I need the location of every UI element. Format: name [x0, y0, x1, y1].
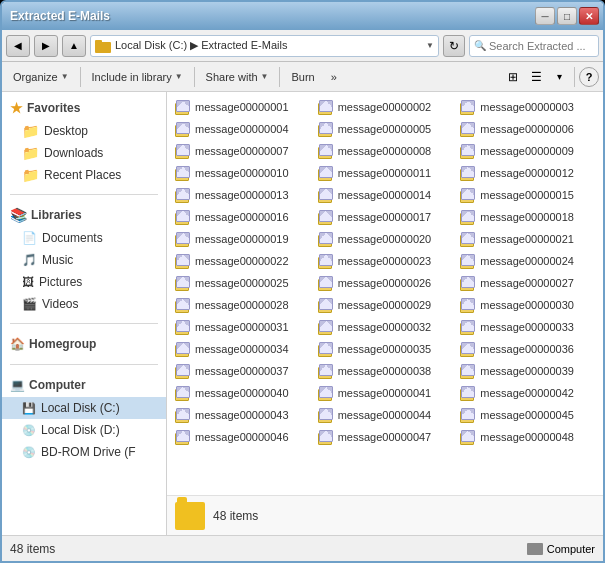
- file-item[interactable]: message00000034: [171, 338, 314, 360]
- sidebar-item-local-disk-c[interactable]: 💾 Local Disk (C:): [2, 397, 166, 419]
- file-item[interactable]: message00000043: [171, 404, 314, 426]
- status-bar: 48 items Computer: [2, 535, 603, 561]
- main-content: ★ Favorites 📁 Desktop 📁 Downloads 📁 Rece…: [2, 92, 603, 535]
- explorer-window: Extracted E-Mails ─ □ ✕ ◀ ▶ ▲ Local Disk…: [0, 0, 605, 563]
- drive-c-icon: 💾: [22, 402, 36, 415]
- view-details-button[interactable]: ☰: [525, 66, 547, 88]
- file-list: message00000001message00000002message000…: [167, 92, 603, 495]
- help-button[interactable]: ?: [579, 67, 599, 87]
- file-item[interactable]: message00000040: [171, 382, 314, 404]
- forward-button[interactable]: ▶: [34, 35, 58, 57]
- minimize-button[interactable]: ─: [535, 7, 555, 25]
- search-box[interactable]: 🔍: [469, 35, 599, 57]
- file-item[interactable]: message00000006: [456, 118, 599, 140]
- sidebar-item-videos[interactable]: 🎬 Videos: [2, 293, 166, 315]
- sidebar-item-recent-places[interactable]: 📁 Recent Places: [2, 164, 166, 186]
- file-item[interactable]: message00000027: [456, 272, 599, 294]
- libraries-header[interactable]: 📚 Libraries: [2, 203, 166, 227]
- file-item[interactable]: message00000042: [456, 382, 599, 404]
- sidebar: ★ Favorites 📁 Desktop 📁 Downloads 📁 Rece…: [2, 92, 167, 535]
- file-item[interactable]: message00000011: [314, 162, 457, 184]
- homegroup-header[interactable]: 🏠 Homegroup: [2, 332, 166, 356]
- file-item[interactable]: message00000033: [456, 316, 599, 338]
- toolbar-separator-1: [80, 67, 81, 87]
- computer-header[interactable]: 💻 Computer: [2, 373, 166, 397]
- file-item[interactable]: message00000019: [171, 228, 314, 250]
- file-item[interactable]: message00000045: [456, 404, 599, 426]
- refresh-button[interactable]: ↻: [443, 35, 465, 57]
- file-item[interactable]: message00000025: [171, 272, 314, 294]
- file-item[interactable]: message00000037: [171, 360, 314, 382]
- file-item[interactable]: message00000018: [456, 206, 599, 228]
- view-mode-button[interactable]: ⊞: [502, 66, 524, 88]
- status-computer-info: Computer: [527, 543, 595, 555]
- file-item[interactable]: message00000023: [314, 250, 457, 272]
- sidebar-item-downloads[interactable]: 📁 Downloads: [2, 142, 166, 164]
- file-item[interactable]: message00000001: [171, 96, 314, 118]
- file-item[interactable]: message00000017: [314, 206, 457, 228]
- file-item[interactable]: message00000022: [171, 250, 314, 272]
- file-item[interactable]: message00000007: [171, 140, 314, 162]
- file-item[interactable]: message00000012: [456, 162, 599, 184]
- svg-rect-1: [95, 40, 102, 44]
- file-item[interactable]: message00000010: [171, 162, 314, 184]
- up-button[interactable]: ▲: [62, 35, 86, 57]
- file-grid: message00000001message00000002message000…: [171, 96, 599, 448]
- file-item[interactable]: message00000032: [314, 316, 457, 338]
- more-button[interactable]: »: [324, 66, 344, 88]
- file-item[interactable]: message00000002: [314, 96, 457, 118]
- file-item[interactable]: message00000039: [456, 360, 599, 382]
- sidebar-item-desktop[interactable]: 📁 Desktop: [2, 120, 166, 142]
- toolbar-separator-4: [574, 67, 575, 87]
- videos-icon: 🎬: [22, 297, 37, 311]
- file-item[interactable]: message00000029: [314, 294, 457, 316]
- status-item-count: 48 items: [10, 542, 55, 556]
- file-item[interactable]: message00000015: [456, 184, 599, 206]
- sidebar-item-bdrom[interactable]: 💿 BD-ROM Drive (F: [2, 441, 166, 463]
- file-item[interactable]: message00000014: [314, 184, 457, 206]
- organize-button[interactable]: Organize ▼: [6, 66, 76, 88]
- back-button[interactable]: ◀: [6, 35, 30, 57]
- sidebar-item-local-disk-d[interactable]: 💿 Local Disk (D:): [2, 419, 166, 441]
- sidebar-divider-1: [10, 194, 158, 195]
- file-item[interactable]: message00000038: [314, 360, 457, 382]
- file-item[interactable]: message00000041: [314, 382, 457, 404]
- favorites-header[interactable]: ★ Favorites: [2, 96, 166, 120]
- close-button[interactable]: ✕: [579, 7, 599, 25]
- file-item[interactable]: message00000008: [314, 140, 457, 162]
- file-item[interactable]: message00000047: [314, 426, 457, 448]
- file-item[interactable]: message00000016: [171, 206, 314, 228]
- file-item[interactable]: message00000026: [314, 272, 457, 294]
- file-item[interactable]: message00000013: [171, 184, 314, 206]
- file-item[interactable]: message00000030: [456, 294, 599, 316]
- file-item[interactable]: message00000024: [456, 250, 599, 272]
- address-dropdown-icon[interactable]: ▼: [426, 41, 434, 50]
- file-item[interactable]: message00000004: [171, 118, 314, 140]
- burn-button[interactable]: Burn: [284, 66, 321, 88]
- file-item[interactable]: message00000046: [171, 426, 314, 448]
- music-icon: 🎵: [22, 253, 37, 267]
- path-folder-icon: [95, 38, 111, 54]
- file-item[interactable]: message00000048: [456, 426, 599, 448]
- file-item[interactable]: message00000020: [314, 228, 457, 250]
- view-list-button[interactable]: ▾: [548, 66, 570, 88]
- drive-d-icon: 💿: [22, 424, 36, 437]
- file-item[interactable]: message00000005: [314, 118, 457, 140]
- file-item[interactable]: message00000035: [314, 338, 457, 360]
- libraries-icon: 📚: [10, 207, 27, 223]
- maximize-button[interactable]: □: [557, 7, 577, 25]
- file-item[interactable]: message00000003: [456, 96, 599, 118]
- share-with-button[interactable]: Share with ▼: [199, 66, 276, 88]
- address-path[interactable]: Local Disk (C:) ▶ Extracted E-Mails ▼: [90, 35, 439, 57]
- file-item[interactable]: message00000021: [456, 228, 599, 250]
- file-item[interactable]: message00000044: [314, 404, 457, 426]
- sidebar-item-documents[interactable]: 📄 Documents: [2, 227, 166, 249]
- file-item[interactable]: message00000009: [456, 140, 599, 162]
- file-item[interactable]: message00000031: [171, 316, 314, 338]
- search-input[interactable]: [489, 40, 594, 52]
- file-item[interactable]: message00000036: [456, 338, 599, 360]
- sidebar-item-music[interactable]: 🎵 Music: [2, 249, 166, 271]
- file-item[interactable]: message00000028: [171, 294, 314, 316]
- sidebar-item-pictures[interactable]: 🖼 Pictures: [2, 271, 166, 293]
- include-in-library-button[interactable]: Include in library ▼: [85, 66, 190, 88]
